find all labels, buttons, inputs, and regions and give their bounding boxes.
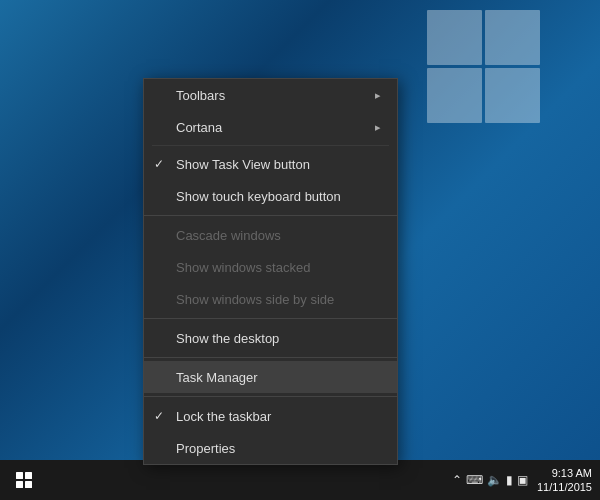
tray-network-icon[interactable]: ▮ [506, 473, 513, 487]
logo-pane-br [485, 68, 540, 123]
divider-2 [144, 215, 397, 216]
menu-item-show-desktop[interactable]: Show the desktop [144, 322, 397, 354]
system-tray: ⌃ ⌨ 🔈 ▮ ▣ 9:13 AM 11/11/2015 [452, 466, 592, 495]
stacked-label: Show windows stacked [176, 260, 310, 275]
taskbar: ⌃ ⌨ 🔈 ▮ ▣ 9:13 AM 11/11/2015 [0, 460, 600, 500]
start-pane-tr [25, 472, 32, 479]
lock-taskbar-label: Lock the taskbar [176, 409, 271, 424]
context-menu: Toolbars ▸ Cortana ▸ ✓ Show Task View bu… [143, 78, 398, 465]
logo-pane-tr [485, 10, 540, 65]
start-pane-tl [16, 472, 23, 479]
desktop: Toolbars ▸ Cortana ▸ ✓ Show Task View bu… [0, 0, 600, 500]
menu-item-toolbars[interactable]: Toolbars ▸ [144, 79, 397, 111]
taskbar-right: ⌃ ⌨ 🔈 ▮ ▣ 9:13 AM 11/11/2015 [452, 466, 600, 495]
cascade-label: Cascade windows [176, 228, 281, 243]
menu-item-properties[interactable]: Properties [144, 432, 397, 464]
tray-volume-icon[interactable]: 🔈 [487, 473, 502, 487]
divider-3 [144, 318, 397, 319]
clock[interactable]: 9:13 AM 11/11/2015 [537, 466, 592, 495]
divider-1 [152, 145, 389, 146]
menu-item-lock-taskbar[interactable]: ✓ Lock the taskbar [144, 400, 397, 432]
clock-time: 9:13 AM [537, 466, 592, 480]
divider-4 [144, 357, 397, 358]
start-pane-bl [16, 481, 23, 488]
cortana-arrow-icon: ▸ [375, 121, 381, 134]
toolbars-arrow-icon: ▸ [375, 89, 381, 102]
start-pane-br [25, 481, 32, 488]
menu-item-cortana[interactable]: Cortana ▸ [144, 111, 397, 143]
start-button[interactable] [0, 460, 48, 500]
logo-pane-tl [427, 10, 482, 65]
windows-logo [427, 10, 540, 123]
lock-taskbar-check-icon: ✓ [154, 409, 164, 423]
properties-label: Properties [176, 441, 235, 456]
menu-item-stacked[interactable]: Show windows stacked [144, 251, 397, 283]
menu-item-side-by-side[interactable]: Show windows side by side [144, 283, 397, 315]
tray-icons: ⌃ ⌨ 🔈 ▮ ▣ [452, 473, 528, 487]
touch-keyboard-label: Show touch keyboard button [176, 189, 341, 204]
task-view-check-icon: ✓ [154, 157, 164, 171]
menu-item-touch-keyboard[interactable]: Show touch keyboard button [144, 180, 397, 212]
toolbars-label: Toolbars [176, 88, 225, 103]
show-desktop-label: Show the desktop [176, 331, 279, 346]
divider-5 [144, 396, 397, 397]
menu-item-task-view[interactable]: ✓ Show Task View button [144, 148, 397, 180]
tray-notification-icon[interactable]: ▣ [517, 473, 528, 487]
tray-chevron-icon[interactable]: ⌃ [452, 473, 462, 487]
menu-item-task-manager[interactable]: Task Manager [144, 361, 397, 393]
taskbar-left [0, 460, 48, 500]
side-by-side-label: Show windows side by side [176, 292, 334, 307]
cortana-label: Cortana [176, 120, 222, 135]
task-view-label: Show Task View button [176, 157, 310, 172]
task-manager-label: Task Manager [176, 370, 258, 385]
menu-item-cascade[interactable]: Cascade windows [144, 219, 397, 251]
start-icon [16, 472, 32, 488]
logo-pane-bl [427, 68, 482, 123]
tray-keyboard-icon[interactable]: ⌨ [466, 473, 483, 487]
clock-date: 11/11/2015 [537, 480, 592, 494]
